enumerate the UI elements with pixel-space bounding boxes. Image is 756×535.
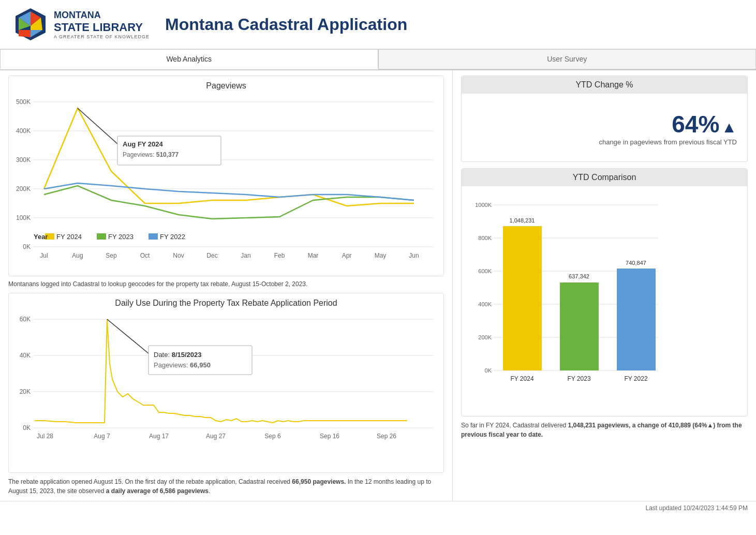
svg-text:May: May (375, 252, 387, 259)
bar-fy2023 (560, 283, 599, 370)
svg-text:Mar: Mar (308, 252, 319, 259)
ytd-comparison-title: YTD Comparison (462, 169, 747, 186)
last-updated: Last updated 10/24/2023 1:44:59 PM (0, 501, 756, 515)
svg-text:Jul: Jul (40, 252, 48, 259)
daily-svg: 60K 40K 20K 0K Jul 28 Aug 7 Aug 17 Aug 2… (14, 312, 438, 457)
svg-text:Jul 28: Jul 28 (37, 433, 53, 440)
svg-text:FY 2023: FY 2023 (567, 375, 590, 382)
pageviews-chart-container: Pageviews 500K 400K 300K 200K 100K 0K (8, 76, 444, 276)
svg-text:Oct: Oct (140, 252, 150, 259)
svg-text:740,847: 740,847 (626, 260, 646, 266)
svg-text:0K: 0K (485, 367, 492, 374)
ytd-arrow: ▲ (721, 118, 737, 136)
svg-rect-58 (149, 346, 252, 375)
tab-bar: Web Analytics User Survey (0, 49, 756, 70)
svg-text:Pageviews: 66,950: Pageviews: 66,950 (154, 361, 211, 369)
svg-text:40K: 40K (20, 352, 31, 359)
tab-user-survey[interactable]: User Survey (378, 49, 757, 69)
comparison-note: So far in FY 2024, Cadastral delivered 1… (461, 421, 748, 439)
svg-text:Apr: Apr (342, 252, 352, 259)
svg-text:1000K: 1000K (475, 202, 492, 208)
svg-text:FY 2024: FY 2024 (510, 375, 533, 382)
ytd-percent: 64% (672, 110, 719, 138)
svg-text:Pageviews: 510,377: Pageviews: 510,377 (123, 151, 179, 158)
svg-text:Sep: Sep (106, 252, 117, 259)
svg-text:60K: 60K (20, 316, 31, 323)
daily-chart-container: Daily Use During the Property Tax Rebate… (8, 293, 444, 473)
svg-text:FY 2022: FY 2022 (624, 375, 647, 382)
pageviews-chart: 500K 400K 300K 200K 100K 0K Jul Aug (14, 95, 438, 271)
svg-text:Feb: Feb (274, 252, 285, 259)
svg-text:Aug FY 2024: Aug FY 2024 (123, 140, 164, 148)
pageviews-note: Montanans logged into Cadastral to looku… (8, 280, 444, 288)
ytd-comparison-svg: 1000K 800K 600K 400K 200K 0K 1,048,231 6… (467, 191, 663, 409)
svg-rect-39 (149, 233, 158, 240)
logo-montana: MONTANA (54, 10, 150, 21)
svg-text:Dec: Dec (206, 252, 217, 259)
svg-text:Sep 26: Sep 26 (377, 433, 396, 440)
left-panel: Pageviews 500K 400K 300K 200K 100K 0K (0, 70, 452, 501)
ytd-change-content: 64% ▲ change in pageviews from previous … (467, 100, 742, 156)
page-header: MONTANA STATE LIBRARY A GREATER STATE OF… (0, 0, 756, 49)
svg-text:100K: 100K (16, 214, 31, 221)
svg-text:Aug 27: Aug 27 (206, 433, 226, 440)
svg-text:400K: 400K (16, 127, 31, 135)
tab-web-analytics[interactable]: Web Analytics (0, 49, 378, 69)
svg-text:Sep 6: Sep 6 (264, 433, 281, 440)
svg-text:500K: 500K (16, 98, 31, 106)
svg-text:Jun: Jun (409, 252, 419, 259)
svg-text:400K: 400K (478, 301, 492, 307)
svg-text:200K: 200K (16, 185, 31, 192)
ytd-change-title: YTD Change % (462, 76, 747, 94)
svg-text:Aug 7: Aug 7 (94, 433, 110, 440)
ytd-description: change in pageviews from previous fiscal… (599, 138, 737, 146)
svg-text:Date: 8/15/2023: Date: 8/15/2023 (154, 351, 202, 359)
svg-text:FY 2024: FY 2024 (56, 233, 82, 241)
daily-chart-title: Daily Use During the Property Tax Rebate… (14, 299, 438, 308)
svg-text:Aug: Aug (72, 252, 83, 259)
daily-chart: 60K 40K 20K 0K Jul 28 Aug 7 Aug 17 Aug 2… (14, 312, 438, 467)
svg-text:Nov: Nov (173, 252, 184, 259)
svg-line-31 (78, 108, 117, 144)
svg-text:20K: 20K (20, 388, 31, 395)
svg-text:637,342: 637,342 (569, 273, 589, 279)
main-content: Pageviews 500K 400K 300K 200K 100K 0K (0, 70, 756, 501)
daily-note: The rebate application opened August 15.… (8, 477, 444, 496)
right-panel: YTD Change % 64% ▲ change in pageviews f… (452, 70, 756, 501)
svg-line-57 (107, 319, 149, 353)
page-title: Montana Cadastral Application (165, 15, 407, 34)
pageviews-svg: 500K 400K 300K 200K 100K 0K Jul Aug (14, 95, 438, 260)
ytd-comparison-container: YTD Comparison 1000K 800K 600K 400K 200K… (461, 168, 748, 417)
logo-icon (12, 6, 49, 42)
svg-text:1,048,231: 1,048,231 (510, 217, 535, 224)
ytd-percent-row: 64% ▲ (672, 110, 737, 138)
svg-text:Aug 17: Aug 17 (149, 433, 169, 440)
svg-text:0K: 0K (23, 243, 31, 250)
svg-text:Sep 16: Sep 16 (320, 433, 339, 440)
svg-text:Jan: Jan (241, 252, 250, 259)
svg-text:600K: 600K (478, 268, 492, 274)
logo-state-library: STATE LIBRARY (54, 21, 150, 34)
bar-fy2022 (617, 269, 656, 370)
svg-text:800K: 800K (478, 235, 492, 241)
logo-area: MONTANA STATE LIBRARY A GREATER STATE OF… (12, 6, 150, 42)
pageviews-chart-title: Pageviews (14, 81, 438, 91)
svg-text:300K: 300K (16, 156, 31, 164)
ytd-change-container: YTD Change % 64% ▲ change in pageviews f… (461, 76, 748, 162)
logo-tagline: A GREATER STATE OF KNOWLEDGE (54, 34, 150, 39)
svg-text:200K: 200K (478, 334, 492, 340)
bar-fy2024 (503, 226, 542, 370)
svg-marker-5 (19, 30, 31, 37)
svg-rect-37 (97, 233, 106, 240)
svg-text:Year: Year (34, 233, 48, 241)
logo-text: MONTANA STATE LIBRARY A GREATER STATE OF… (54, 10, 150, 39)
svg-text:FY 2022: FY 2022 (160, 233, 185, 241)
svg-text:FY 2023: FY 2023 (108, 233, 134, 241)
svg-text:0K: 0K (23, 424, 31, 432)
